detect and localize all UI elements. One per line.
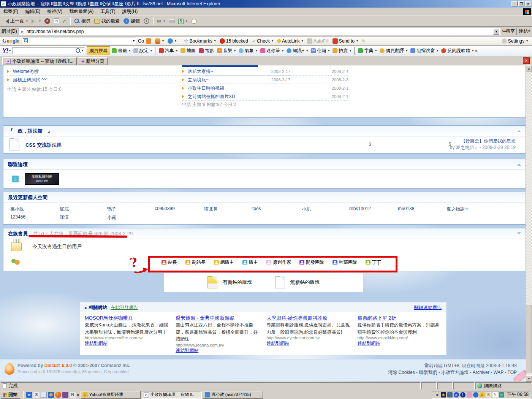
space-link[interactable]: 小趴 bbox=[302, 206, 311, 212]
mail-caret-icon[interactable]: ▾ bbox=[163, 19, 165, 23]
yahoo-overflow-chevron-icon[interactable]: » bbox=[475, 48, 478, 54]
menu-edit[interactable]: 編輯(E) bbox=[22, 7, 44, 16]
mail-tray-icon[interactable]: ✉ bbox=[486, 392, 491, 397]
menu-help[interactable]: 說明(H) bbox=[119, 7, 141, 16]
quicklaunch-n-icon[interactable]: N bbox=[70, 392, 76, 398]
topic-link[interactable]: 去清境玩~ bbox=[188, 77, 209, 83]
google-vote-icon[interactable]: ▾ bbox=[153, 38, 166, 44]
space-link[interactable]: 小露 bbox=[107, 214, 116, 221]
back-button[interactable]: 上一頁▾ bbox=[2, 17, 30, 25]
forward-caret-icon[interactable]: ▾ bbox=[39, 19, 41, 23]
space-link[interactable]: 喵北鼻 bbox=[204, 206, 218, 212]
google-popup-blocked-button[interactable]: 15 blocked bbox=[218, 38, 250, 44]
yahoo-weather-item[interactable]: 氣象▾ bbox=[237, 48, 259, 54]
refresh-button[interactable]: ↻ bbox=[52, 17, 61, 25]
yahoo-translate-item[interactable]: 網頁翻譯▾ bbox=[378, 48, 409, 54]
yahoo-movies-item[interactable]: 電影 bbox=[197, 48, 215, 54]
quicklaunch-mediaplayer-icon[interactable] bbox=[48, 392, 54, 398]
vertical-scrollbar[interactable]: ▲ ▼ bbox=[526, 65, 532, 382]
tab-new[interactable]: +新增分頁 bbox=[78, 57, 108, 65]
topic-link[interactable]: 送給大家搭~ bbox=[188, 68, 213, 75]
alliance-banner[interactable]: 魔獸私服列表 war3.tw bbox=[25, 173, 59, 185]
yahoo-logo[interactable]: Y! bbox=[2, 48, 8, 54]
keyword-ad-link[interactable]: 關鍵連結廣告 bbox=[414, 304, 442, 311]
f-tray-icon[interactable]: f bbox=[460, 392, 466, 397]
yahoo-bookmark-item[interactable]: 書籤▾ bbox=[110, 48, 132, 54]
search-button[interactable]: 搜尋 bbox=[72, 17, 92, 25]
menu-favorites[interactable]: 我的最愛(A) bbox=[66, 7, 97, 16]
discuss-button[interactable] bbox=[189, 18, 199, 24]
smiley-tray-icon[interactable]: ☺ bbox=[480, 392, 485, 397]
quicklaunch-ie-icon[interactable]: e bbox=[26, 392, 32, 398]
space-link[interactable]: robs10012 bbox=[349, 206, 371, 211]
menu-view[interactable]: 檢視(V) bbox=[44, 7, 66, 16]
yahoo-maps-item[interactable]: 地圖 bbox=[179, 48, 197, 54]
space-link[interactable]: 屁屁 bbox=[60, 206, 69, 212]
google-spellcheck-button[interactable]: ✓Check▾ bbox=[250, 38, 275, 44]
menu-file[interactable]: 檔案(F) bbox=[0, 7, 22, 16]
space-link[interactable]: c0950399 bbox=[155, 206, 175, 211]
minimize-button[interactable]: _ bbox=[511, 1, 518, 6]
yahoo-auction-item[interactable]: 拍賣▾ bbox=[331, 48, 353, 54]
google-comment-icon[interactable]: ▾ bbox=[166, 38, 178, 44]
pink-tray-icon[interactable] bbox=[467, 392, 472, 397]
yahoo-logo-caret-icon[interactable]: ▾ bbox=[9, 49, 11, 52]
tabbar-close-button[interactable]: × bbox=[523, 57, 530, 64]
yahoo-minipen-item[interactable]: 迷你筆▾ bbox=[259, 48, 285, 54]
topic-link[interactable]: 游標上傳測試 ^^" bbox=[13, 77, 48, 83]
yahoo-search-input[interactable]: ▾ bbox=[13, 47, 85, 54]
wireless-tray-icon[interactable]: ◉ bbox=[441, 392, 446, 397]
topic-link[interactable]: 之前網站被抓的圖片XD bbox=[188, 93, 235, 100]
space-link[interactable]: 漢漢 bbox=[60, 214, 69, 221]
ad-visit-link[interactable]: 連結到網站 bbox=[358, 340, 380, 346]
menu-tools[interactable]: 工具(T) bbox=[97, 7, 119, 16]
volume-tray-icon[interactable]: ◀ bbox=[434, 392, 440, 397]
go-button[interactable]: ↪移至 bbox=[502, 28, 515, 35]
network-tray-icon[interactable] bbox=[447, 392, 453, 397]
ad-title-link[interactable]: 股票網路下單 2折 bbox=[358, 315, 396, 321]
home-button[interactable]: ⌂ bbox=[61, 17, 68, 25]
a-tray-icon[interactable]: a bbox=[454, 392, 459, 397]
yahoo-knowledge-item[interactable]: 知識+▾ bbox=[285, 48, 309, 54]
tab-forum[interactable]: ❀小政娛樂論壇 -- 寵物 ‖遊戲 ‖... bbox=[2, 57, 77, 65]
discuz-version[interactable]: Discuz! 6.0.0 bbox=[44, 363, 72, 368]
space-link[interactable]: 夏之物語☆ bbox=[446, 206, 469, 212]
quicklaunch-firefox-icon[interactable] bbox=[55, 392, 61, 398]
yahoo-antispy-item[interactable]: 反間諜軟體▾ bbox=[440, 48, 475, 54]
pen-tray-icon[interactable]: ✎ bbox=[492, 392, 498, 397]
google-bookmarks-button[interactable]: ☆Bookmarks▾ bbox=[182, 38, 218, 44]
topic-link[interactable]: 小政生日時的祝福 bbox=[188, 85, 224, 92]
space-link[interactable]: 高小政 bbox=[10, 206, 24, 212]
scroll-down-button[interactable]: ▼ bbox=[526, 375, 532, 382]
quicklaunch-mail-icon[interactable]: ✉ bbox=[33, 392, 40, 398]
google-highlighter-button[interactable]: ✎ bbox=[360, 38, 367, 44]
yahoo-popupblock-item[interactable]: 阻擋跳窗▾ bbox=[409, 48, 440, 54]
ad-visit-link[interactable]: 連結到網站 bbox=[267, 340, 290, 346]
yahoo-cars-item[interactable]: 汽車▾ bbox=[157, 48, 179, 54]
ad-visit-link[interactable]: 連結到網站 bbox=[176, 348, 198, 353]
google-autofill-button[interactable]: AutoFill bbox=[305, 38, 331, 44]
stop-button[interactable]: × bbox=[43, 17, 52, 25]
ad-title-link[interactable]: MOSOR馬仕得咖啡豆 bbox=[85, 315, 133, 321]
quicklaunch-desktop-icon[interactable] bbox=[41, 392, 47, 398]
space-link[interactable]: 123456 bbox=[10, 214, 25, 220]
yahoo-mailbox-item[interactable]: ✉信箱▾ bbox=[309, 48, 331, 54]
google-search-input[interactable]: G▾ bbox=[22, 38, 136, 44]
start-button[interactable]: 開始 bbox=[1, 391, 20, 399]
favorites-button[interactable]: 我的最愛 bbox=[92, 17, 122, 25]
footer-links[interactable]: 清除 Cookies - 聯繫我們 - 小政官方論壇 - Archiver - … bbox=[388, 369, 517, 376]
bubble-tray-icon[interactable] bbox=[473, 392, 478, 397]
address-input[interactable]: e http://bbs.tw789.net/bbs.php ▾ bbox=[19, 28, 501, 35]
task-yahoo-messenger[interactable]: ☺ Yahoo!奇摩即時通 bbox=[81, 391, 141, 399]
yahoo-music-item[interactable]: ♪音樂▾ bbox=[215, 48, 237, 54]
yahoo-websearch-button[interactable]: 網頁搜尋 bbox=[87, 46, 110, 55]
collapse-up-icon[interactable] bbox=[517, 128, 521, 132]
space-link[interactable]: 鴨子 bbox=[107, 206, 116, 212]
google-sendto-button[interactable]: Send to▾ bbox=[331, 38, 360, 44]
task-messenger-chat[interactable]: 高小政 (asd7374415) bbox=[203, 391, 263, 399]
google-go-button[interactable]: Go bbox=[138, 38, 144, 44]
ad-title-link[interactable]: 喬安旅遊 - 金典中國新遊蹤 bbox=[176, 315, 234, 321]
yahoo-settings-item[interactable]: 設定▾ bbox=[132, 48, 154, 54]
task-forum-window[interactable]: e 小政娛樂論壇 -- 寵物 ‖.. bbox=[142, 391, 202, 399]
address-dropdown-icon[interactable]: ▾ bbox=[493, 28, 499, 35]
